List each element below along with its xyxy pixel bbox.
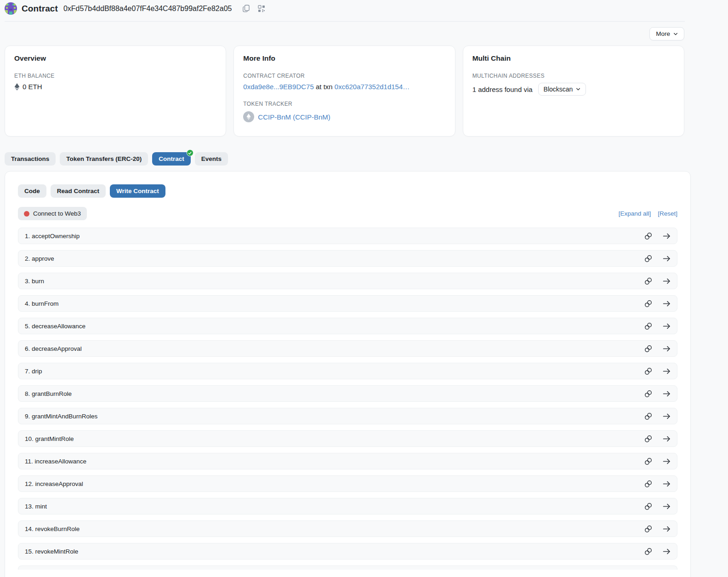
creator-txn-link[interactable]: 0xc620a77352d1d154… [335,83,410,91]
chevron-down-icon [576,87,580,91]
more-info-card: More Info CONTRACT CREATOR 0xda9e8e...9E… [233,46,455,137]
function-row-label: 1. acceptOwnership [25,233,80,240]
arrow-right-icon[interactable] [663,480,671,488]
function-row-grantBurnRole[interactable]: 8. grantBurnRole [18,385,677,402]
function-row-decreaseAllowance[interactable]: 5. decreaseAllowance [18,318,677,334]
write-functions-list: 1. acceptOwnership 2. approve 3. burn 4.… [18,228,677,570]
contract-address: 0xFd57b4ddBf88a4e07fF4e34C487b99af2Fe82a… [63,5,232,13]
permalink-icon[interactable] [644,390,652,398]
page-header: Contract 0xFd57b4ddBf88a4e07fF4e34C487b9… [0,0,728,14]
permalink-icon[interactable] [644,503,652,510]
arrow-right-icon[interactable] [663,457,671,465]
arrow-right-icon[interactable] [663,525,671,533]
arrow-right-icon[interactable] [663,435,671,443]
permalink-icon[interactable] [644,525,652,533]
tab-contract-label: Contract [159,155,184,162]
creator-connector-text: at txn [314,83,335,91]
permalink-icon[interactable] [644,435,652,443]
permalink-icon[interactable] [644,480,652,488]
function-row-increaseApproval[interactable]: 12. increaseApproval [18,475,677,492]
function-row-revokeBurnRole[interactable]: 14. revokeBurnRole [18,520,677,537]
creator-address-link[interactable]: 0xda9e8e...9EB9DC75 [243,83,313,91]
info-cards: Overview ETH BALANCE 0 ETH More Info CON… [5,46,684,137]
function-row-approve[interactable]: 2. approve [18,250,677,267]
subtab-read-contract[interactable]: Read Contract [51,184,106,198]
function-row-increaseAllowance[interactable]: 11. increaseAllowance [18,453,677,469]
permalink-icon[interactable] [644,548,652,555]
permalink-icon[interactable] [644,412,652,420]
page-title: Contract [22,4,58,14]
multichain-addresses-label: MULTICHAIN ADDRESSES [472,73,675,79]
arrow-right-icon[interactable] [663,322,671,330]
multichain-provider-value: Blockscan [544,86,573,93]
permalink-icon[interactable] [644,345,652,353]
function-row-grantMintAndBurnRoles[interactable]: 9. grantMintAndBurnRoles [18,408,677,424]
function-row-label: 6. decreaseApproval [25,345,82,352]
arrow-right-icon[interactable] [663,503,671,510]
permalink-icon[interactable] [644,255,652,263]
arrow-right-icon[interactable] [663,345,671,353]
arrow-right-icon[interactable] [663,255,671,263]
disconnected-status-icon [24,211,29,217]
arrow-right-icon[interactable] [663,277,671,285]
permalink-icon[interactable] [644,277,652,285]
function-row-drip[interactable]: 7. drip [18,363,677,379]
permalink-icon[interactable] [644,232,652,240]
function-row-revokeMintRole[interactable]: 15. revokeMintRole [18,543,677,560]
contract-creator-label: CONTRACT CREATOR [243,73,445,79]
function-row-label: 10. grantMintRole [25,435,74,442]
function-row-acceptOwnership[interactable]: 1. acceptOwnership [18,228,677,244]
function-row-label: 4. burnFrom [25,300,59,307]
function-row-label: 11. increaseAllowance [25,458,86,465]
tab-events[interactable]: Events [195,152,228,166]
arrow-right-icon[interactable] [663,548,671,555]
function-row-label: 8. grantBurnRole [25,390,72,397]
reset-link[interactable]: [Reset] [658,210,677,217]
write-contract-toolbar: Connect to Web3 [Expand all] [Reset] [18,207,677,220]
function-row-label: 7. drip [25,368,42,375]
contract-subtabs: Code Read Contract Write Contract [18,184,677,198]
arrow-right-icon[interactable] [663,412,671,420]
permalink-icon[interactable] [644,367,652,375]
tab-contract[interactable]: Contract [152,152,191,166]
tab-token-transfers[interactable]: Token Transfers (ERC-20) [60,152,148,166]
contract-panel: Code Read Contract Write Contract Connec… [5,171,691,577]
permalink-icon[interactable] [644,322,652,330]
multichain-provider-select[interactable]: Blockscan [538,83,586,96]
connect-to-web3-label: Connect to Web3 [33,210,81,217]
subtab-write-contract[interactable]: Write Contract [110,184,165,198]
function-row-partial[interactable] [18,566,677,570]
more-info-card-title: More Info [243,54,445,63]
arrow-right-icon[interactable] [663,390,671,398]
qr-code-icon[interactable] [257,5,266,13]
function-row-label: 2. approve [25,255,54,262]
connect-to-web3-button[interactable]: Connect to Web3 [18,207,87,220]
arrow-right-icon[interactable] [663,300,671,308]
function-row-label: 3. burn [25,278,44,285]
token-logo-icon [243,111,254,122]
multi-chain-card-title: Multi Chain [472,54,675,63]
subtab-code[interactable]: Code [18,184,46,198]
token-tracker-label: TOKEN TRACKER [243,101,445,107]
permalink-icon[interactable] [644,300,652,308]
function-row-burnFrom[interactable]: 4. burnFrom [18,295,677,312]
eth-balance-label: ETH BALANCE [14,73,216,79]
tab-transactions[interactable]: Transactions [5,152,56,166]
function-row-label: 12. increaseApproval [25,480,83,487]
function-row-decreaseApproval[interactable]: 6. decreaseApproval [18,340,677,357]
function-row-grantMintRole[interactable]: 10. grantMintRole [18,430,677,447]
function-row-label: 9. grantMintAndBurnRoles [25,413,97,420]
arrow-right-icon[interactable] [663,232,671,240]
token-tracker-link[interactable]: CCIP-BnM (CCIP-BnM) [258,113,330,121]
function-row-label: 13. mint [25,503,47,510]
overview-card-title: Overview [14,54,216,63]
function-row-burn[interactable]: 3. burn [18,273,677,289]
expand-all-link[interactable]: [Expand all] [619,210,651,217]
function-row-mint[interactable]: 13. mint [18,498,677,514]
eth-balance-value: 0 ETH [23,83,42,91]
header-divider [5,21,685,22]
arrow-right-icon[interactable] [663,367,671,375]
permalink-icon[interactable] [644,457,652,465]
more-dropdown-button[interactable]: More [649,27,684,40]
copy-icon[interactable] [242,5,250,13]
